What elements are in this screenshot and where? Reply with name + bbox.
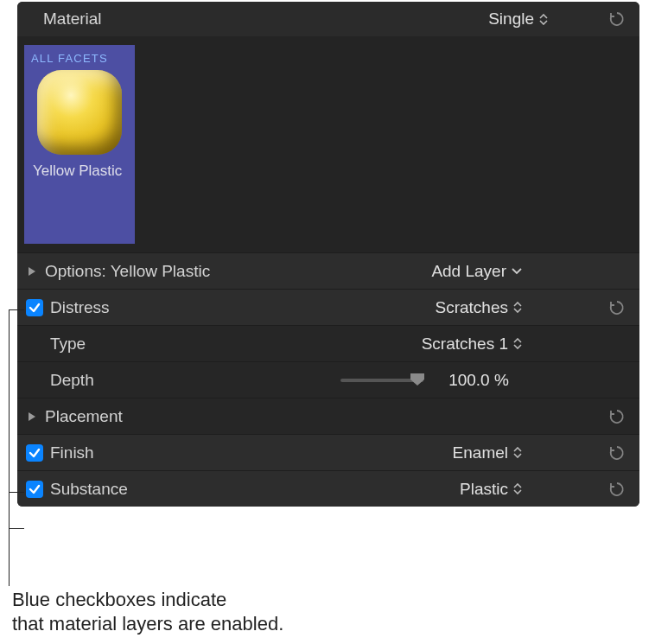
finish-label: Finish	[50, 443, 94, 462]
finish-value-popup[interactable]: Enamel	[453, 443, 522, 462]
distress-depth-row: Depth 100.0 %	[17, 361, 639, 398]
finish-checkbox[interactable]	[26, 444, 43, 462]
placement-row: Placement	[17, 398, 639, 434]
type-value-popup[interactable]: Scratches 1	[422, 335, 522, 354]
add-layer-dropdown[interactable]: Add Layer	[431, 262, 522, 281]
options-row: Options: Yellow Plastic Add Layer	[17, 252, 639, 289]
updown-caret-icon	[513, 338, 522, 349]
finish-value: Enamel	[453, 443, 508, 462]
updown-caret-icon	[539, 14, 548, 25]
material-mode-popup[interactable]: Single	[488, 10, 548, 29]
substance-label: Substance	[50, 480, 128, 499]
callout-leader	[9, 309, 10, 586]
type-label: Type	[50, 335, 86, 354]
facet-card-all[interactable]: ALL FACETS Yellow Plastic	[24, 45, 135, 244]
callout-leader	[9, 492, 24, 493]
options-label: Options: Yellow Plastic	[45, 262, 210, 281]
facet-section-label: ALL FACETS	[31, 52, 108, 65]
distress-value-popup[interactable]: Scratches	[436, 298, 522, 317]
slider-thumb-icon[interactable]	[410, 372, 425, 386]
material-name: Yellow Plastic	[29, 162, 122, 180]
caption-line1: Blue checkboxes indicate	[12, 588, 283, 612]
substance-value: Plastic	[460, 480, 508, 499]
distress-checkbox[interactable]	[26, 299, 43, 316]
depth-value[interactable]: 100.0 %	[436, 371, 522, 390]
placement-label: Placement	[45, 407, 123, 426]
updown-caret-icon	[513, 483, 522, 494]
annotation-caption: Blue checkboxes indicate that material l…	[12, 588, 283, 635]
depth-label: Depth	[50, 371, 94, 390]
material-header: Material Single	[17, 2, 639, 36]
material-inspector-panel: Material Single ALL FACETS Yellow Plasti…	[17, 2, 639, 507]
callout-leader	[9, 528, 24, 529]
type-value: Scratches 1	[422, 335, 508, 354]
distress-value: Scratches	[436, 298, 508, 317]
substance-value-popup[interactable]: Plastic	[460, 480, 522, 499]
caption-line2: that material layers are enabled.	[12, 612, 283, 636]
substance-checkbox[interactable]	[26, 481, 43, 498]
distress-row: Distress Scratches	[17, 289, 639, 325]
disclosure-triangle-icon[interactable]	[26, 265, 38, 277]
reset-icon[interactable]	[608, 10, 626, 28]
disclosure-triangle-icon[interactable]	[26, 411, 38, 423]
depth-slider[interactable]	[340, 379, 423, 382]
material-section-title: Material	[43, 10, 488, 29]
reset-icon[interactable]	[608, 408, 626, 425]
callout-leader	[9, 309, 24, 310]
reset-icon[interactable]	[608, 444, 626, 462]
material-mode-value: Single	[488, 10, 534, 29]
distress-type-row: Type Scratches 1	[17, 325, 639, 361]
reset-icon[interactable]	[608, 481, 626, 498]
facets-well: ALL FACETS Yellow Plastic	[17, 36, 639, 252]
reset-icon[interactable]	[608, 299, 626, 316]
updown-caret-icon	[513, 447, 522, 458]
chevron-down-icon	[512, 268, 522, 275]
material-swatch	[37, 70, 122, 155]
updown-caret-icon	[513, 302, 522, 313]
distress-label: Distress	[50, 298, 110, 317]
finish-row: Finish Enamel	[17, 434, 639, 470]
substance-row: Substance Plastic	[17, 470, 639, 507]
add-layer-label: Add Layer	[431, 262, 506, 281]
